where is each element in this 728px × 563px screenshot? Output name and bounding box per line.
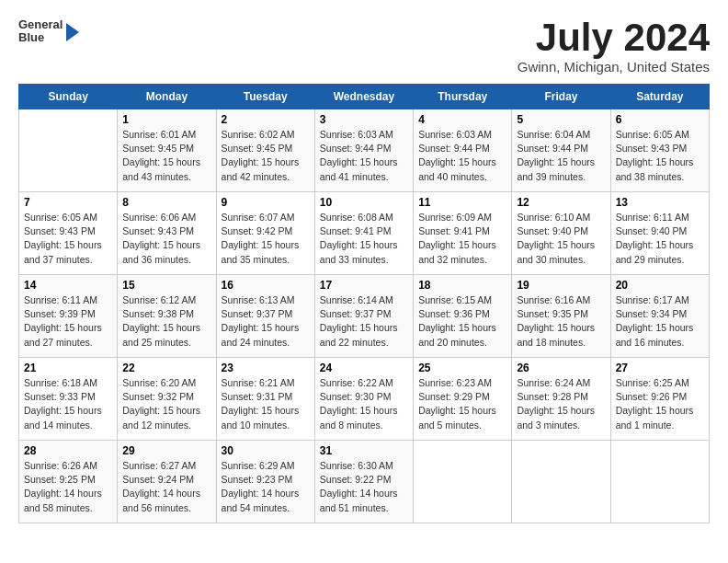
calendar-cell: 31Sunrise: 6:30 AM Sunset: 9:22 PM Dayli…: [314, 441, 413, 523]
calendar-cell: 5Sunrise: 6:04 AM Sunset: 9:44 PM Daylig…: [512, 109, 610, 192]
weekday-header-row: SundayMondayTuesdayWednesdayThursdayFrid…: [19, 85, 710, 109]
day-number: 11: [418, 196, 506, 209]
day-number: 6: [616, 113, 704, 126]
day-info: Sunrise: 6:04 AM Sunset: 9:44 PM Dayligh…: [517, 128, 605, 184]
day-number: 18: [418, 279, 506, 292]
calendar-cell: 9Sunrise: 6:07 AM Sunset: 9:42 PM Daylig…: [216, 192, 314, 275]
day-number: 8: [122, 196, 210, 209]
day-info: Sunrise: 6:21 AM Sunset: 9:31 PM Dayligh…: [222, 376, 310, 432]
day-info: Sunrise: 6:24 AM Sunset: 9:28 PM Dayligh…: [517, 376, 605, 432]
day-number: 7: [24, 196, 112, 209]
calendar-cell: 14Sunrise: 6:11 AM Sunset: 9:39 PM Dayli…: [19, 275, 118, 358]
day-number: 22: [122, 362, 210, 374]
calendar-cell: 1Sunrise: 6:01 AM Sunset: 9:45 PM Daylig…: [118, 109, 216, 192]
calendar-cell: 24Sunrise: 6:22 AM Sunset: 9:30 PM Dayli…: [314, 358, 413, 441]
calendar-cell: 2Sunrise: 6:02 AM Sunset: 9:45 PM Daylig…: [216, 109, 314, 192]
calendar-cell: 3Sunrise: 6:03 AM Sunset: 9:44 PM Daylig…: [314, 109, 413, 192]
day-info: Sunrise: 6:25 AM Sunset: 9:26 PM Dayligh…: [616, 376, 704, 432]
day-number: 28: [24, 444, 112, 457]
day-number: 26: [517, 362, 605, 374]
day-info: Sunrise: 6:10 AM Sunset: 9:40 PM Dayligh…: [517, 211, 605, 267]
calendar-cell: 30Sunrise: 6:29 AM Sunset: 9:23 PM Dayli…: [216, 441, 314, 523]
day-number: 16: [222, 279, 310, 292]
day-number: 21: [24, 362, 112, 374]
day-number: 14: [24, 279, 112, 292]
day-number: 25: [418, 362, 506, 374]
calendar-cell: 8Sunrise: 6:06 AM Sunset: 9:43 PM Daylig…: [118, 192, 216, 275]
calendar-table: SundayMondayTuesdayWednesdayThursdayFrid…: [18, 84, 710, 523]
calendar-cell: 26Sunrise: 6:24 AM Sunset: 9:28 PM Dayli…: [512, 358, 610, 441]
day-info: Sunrise: 6:03 AM Sunset: 9:44 PM Dayligh…: [418, 128, 506, 184]
day-info: Sunrise: 6:06 AM Sunset: 9:43 PM Dayligh…: [122, 211, 210, 267]
calendar-cell: 25Sunrise: 6:23 AM Sunset: 9:29 PM Dayli…: [414, 358, 512, 441]
day-info: Sunrise: 6:13 AM Sunset: 9:37 PM Dayligh…: [222, 293, 310, 350]
day-number: 10: [320, 196, 408, 209]
calendar-cell: 7Sunrise: 6:05 AM Sunset: 9:43 PM Daylig…: [19, 192, 118, 275]
day-info: Sunrise: 6:17 AM Sunset: 9:34 PM Dayligh…: [616, 293, 704, 350]
calendar-cell: 12Sunrise: 6:10 AM Sunset: 9:40 PM Dayli…: [512, 192, 610, 275]
calendar-cell: 15Sunrise: 6:12 AM Sunset: 9:38 PM Dayli…: [118, 275, 216, 358]
calendar-cell: 28Sunrise: 6:26 AM Sunset: 9:25 PM Dayli…: [19, 441, 118, 523]
day-number: 19: [517, 279, 605, 292]
day-info: Sunrise: 6:05 AM Sunset: 9:43 PM Dayligh…: [616, 128, 704, 184]
logo: General Blue: [18, 18, 79, 45]
calendar-week-2: 7Sunrise: 6:05 AM Sunset: 9:43 PM Daylig…: [19, 192, 710, 275]
day-number: 29: [122, 444, 210, 457]
logo-general: General: [18, 18, 63, 31]
day-number: 1: [122, 113, 210, 126]
day-info: Sunrise: 6:20 AM Sunset: 9:32 PM Dayligh…: [122, 376, 210, 432]
calendar-cell: 18Sunrise: 6:15 AM Sunset: 9:36 PM Dayli…: [414, 275, 512, 358]
day-number: 9: [222, 196, 310, 209]
day-number: 3: [320, 113, 408, 126]
calendar-cell: [414, 441, 512, 523]
logo-text: General Blue: [18, 18, 63, 45]
day-number: 20: [616, 279, 704, 292]
weekday-header-tuesday: Tuesday: [216, 85, 314, 109]
weekday-header-friday: Friday: [512, 85, 610, 109]
day-number: 5: [517, 113, 605, 126]
calendar-cell: 13Sunrise: 6:11 AM Sunset: 9:40 PM Dayli…: [610, 192, 709, 275]
day-info: Sunrise: 6:11 AM Sunset: 9:39 PM Dayligh…: [24, 293, 112, 350]
day-number: 23: [222, 362, 310, 374]
weekday-header-wednesday: Wednesday: [314, 85, 413, 109]
day-info: Sunrise: 6:05 AM Sunset: 9:43 PM Dayligh…: [24, 211, 112, 267]
day-number: 15: [122, 279, 210, 292]
calendar-cell: 20Sunrise: 6:17 AM Sunset: 9:34 PM Dayli…: [610, 275, 709, 358]
calendar-week-3: 14Sunrise: 6:11 AM Sunset: 9:39 PM Dayli…: [19, 275, 710, 358]
day-number: 24: [320, 362, 408, 374]
calendar-cell: 29Sunrise: 6:27 AM Sunset: 9:24 PM Dayli…: [118, 441, 216, 523]
title-block: July 2024 Gwinn, Michigan, United States: [518, 18, 710, 75]
calendar-cell: 19Sunrise: 6:16 AM Sunset: 9:35 PM Dayli…: [512, 275, 610, 358]
day-info: Sunrise: 6:09 AM Sunset: 9:41 PM Dayligh…: [418, 211, 506, 267]
day-number: 2: [222, 113, 310, 126]
day-number: 30: [222, 444, 310, 457]
calendar-cell: 10Sunrise: 6:08 AM Sunset: 9:41 PM Dayli…: [314, 192, 413, 275]
calendar-cell: 16Sunrise: 6:13 AM Sunset: 9:37 PM Dayli…: [216, 275, 314, 358]
day-number: 4: [418, 113, 506, 126]
calendar-cell: 6Sunrise: 6:05 AM Sunset: 9:43 PM Daylig…: [610, 109, 709, 192]
day-info: Sunrise: 6:29 AM Sunset: 9:23 PM Dayligh…: [222, 459, 310, 515]
day-info: Sunrise: 6:16 AM Sunset: 9:35 PM Dayligh…: [517, 293, 605, 350]
day-info: Sunrise: 6:22 AM Sunset: 9:30 PM Dayligh…: [320, 376, 408, 432]
calendar-week-4: 21Sunrise: 6:18 AM Sunset: 9:33 PM Dayli…: [19, 358, 710, 441]
calendar-week-1: 1Sunrise: 6:01 AM Sunset: 9:45 PM Daylig…: [19, 109, 710, 192]
weekday-header-monday: Monday: [118, 85, 216, 109]
day-number: 12: [517, 196, 605, 209]
calendar-cell: [19, 109, 118, 192]
day-number: 31: [320, 444, 408, 457]
logo-arrow-icon: [66, 23, 79, 41]
calendar-cell: 22Sunrise: 6:20 AM Sunset: 9:32 PM Dayli…: [118, 358, 216, 441]
day-info: Sunrise: 6:15 AM Sunset: 9:36 PM Dayligh…: [418, 293, 506, 350]
calendar-header: SundayMondayTuesdayWednesdayThursdayFrid…: [19, 85, 710, 109]
calendar-cell: 27Sunrise: 6:25 AM Sunset: 9:26 PM Dayli…: [610, 358, 709, 441]
weekday-header-sunday: Sunday: [19, 85, 118, 109]
weekday-header-saturday: Saturday: [610, 85, 709, 109]
page-header: General Blue July 2024 Gwinn, Michigan, …: [18, 18, 710, 75]
day-info: Sunrise: 6:30 AM Sunset: 9:22 PM Dayligh…: [320, 459, 408, 515]
calendar-week-5: 28Sunrise: 6:26 AM Sunset: 9:25 PM Dayli…: [19, 441, 710, 523]
calendar-cell: 21Sunrise: 6:18 AM Sunset: 9:33 PM Dayli…: [19, 358, 118, 441]
day-info: Sunrise: 6:01 AM Sunset: 9:45 PM Dayligh…: [122, 128, 210, 184]
calendar-cell: 4Sunrise: 6:03 AM Sunset: 9:44 PM Daylig…: [414, 109, 512, 192]
day-info: Sunrise: 6:11 AM Sunset: 9:40 PM Dayligh…: [616, 211, 704, 267]
logo-blue: Blue: [18, 31, 63, 44]
